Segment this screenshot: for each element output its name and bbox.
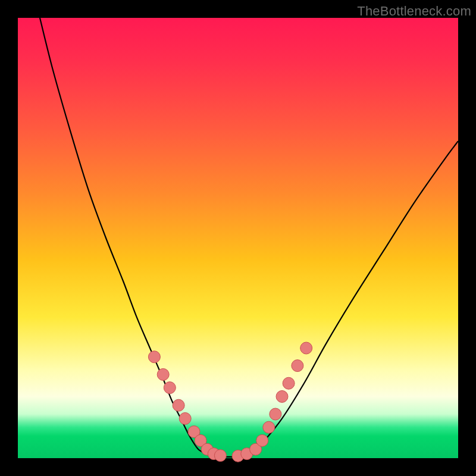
data-marker — [173, 399, 184, 411]
data-marker — [157, 368, 169, 380]
watermark-text: TheBottleneck.com — [357, 4, 471, 19]
plot-area — [18, 18, 458, 458]
data-marker — [256, 434, 268, 446]
curve-path — [40, 18, 458, 457]
data-marker — [300, 342, 312, 354]
data-marker — [270, 408, 281, 420]
markers-right-branch — [232, 342, 312, 462]
chart-frame: TheBottleneck.com — [0, 0, 476, 476]
data-marker — [164, 382, 176, 394]
chart-svg — [18, 18, 458, 458]
data-marker — [276, 390, 288, 402]
data-marker — [292, 360, 303, 372]
bottleneck-curve — [40, 18, 458, 457]
data-marker — [283, 377, 295, 389]
markers-left-branch — [148, 351, 226, 462]
data-marker — [148, 351, 160, 363]
data-marker — [179, 412, 191, 424]
data-marker — [214, 450, 226, 462]
data-marker — [263, 421, 275, 433]
